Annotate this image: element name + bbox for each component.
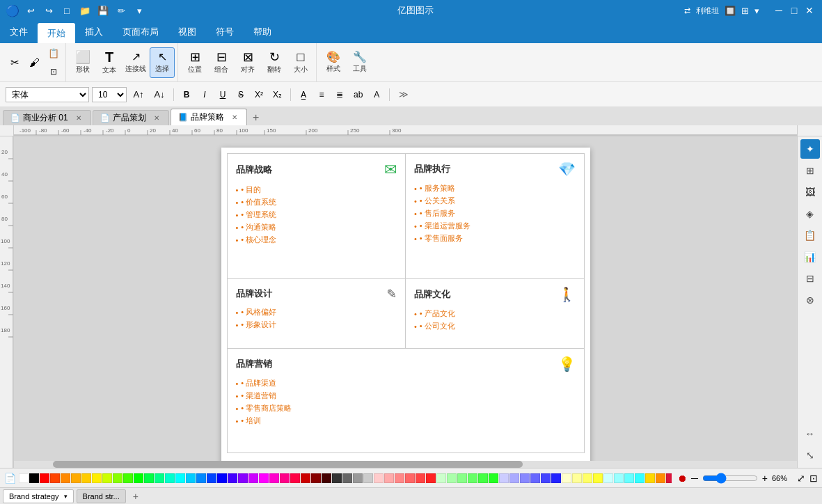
table-btn[interactable]: ⊟ xyxy=(800,269,820,288)
image-btn[interactable]: 🖼 xyxy=(800,182,820,202)
tab-2-close[interactable]: ✕ xyxy=(230,113,239,123)
color-swatch[interactable] xyxy=(50,473,60,483)
superscript-btn[interactable]: X² xyxy=(251,87,267,102)
style-btn[interactable]: 🎨 样式 xyxy=(321,47,346,78)
color-swatch[interactable] xyxy=(217,473,227,483)
color-swatch[interactable] xyxy=(489,473,498,483)
color-swatch[interactable] xyxy=(301,473,310,483)
zoom-out-btn[interactable]: ─ xyxy=(691,473,698,484)
size-btn[interactable]: □ 大小 xyxy=(288,47,313,78)
color-swatch[interactable] xyxy=(447,473,457,483)
font-name-select[interactable]: 宋体 xyxy=(6,87,89,102)
color-swatch[interactable] xyxy=(666,473,672,483)
color-swatch[interactable] xyxy=(123,473,133,483)
color-swatch[interactable] xyxy=(280,473,290,483)
subscript-btn[interactable]: X₂ xyxy=(269,87,285,102)
edit-btn[interactable]: ✏ xyxy=(114,3,128,17)
color-swatch[interactable] xyxy=(635,473,645,483)
color-swatch[interactable] xyxy=(29,473,39,483)
menu-help[interactable]: 帮助 xyxy=(244,21,281,43)
color-swatch[interactable] xyxy=(228,473,237,483)
color-swatch[interactable] xyxy=(426,473,436,483)
color-swatch[interactable] xyxy=(207,473,216,483)
data-btn[interactable]: ⊛ xyxy=(800,290,820,310)
maximize-btn[interactable]: □ xyxy=(787,3,801,17)
color-swatch[interactable] xyxy=(311,473,321,483)
color-swatch[interactable] xyxy=(363,473,373,483)
color-swatch[interactable] xyxy=(40,473,49,483)
cut-btn[interactable]: ✂ xyxy=(6,54,24,72)
color-swatch[interactable] xyxy=(603,473,613,483)
layers-btn[interactable]: ◈ xyxy=(800,204,820,223)
color-swatch[interactable] xyxy=(186,473,196,483)
titlebar-extra3[interactable]: ▾ xyxy=(754,6,759,16)
color-swatch[interactable] xyxy=(457,473,467,483)
color-swatch[interactable] xyxy=(551,473,561,483)
color-swatch[interactable] xyxy=(81,473,91,483)
color-swatch[interactable] xyxy=(353,473,363,483)
close-btn[interactable]: ✕ xyxy=(803,3,816,17)
ab-btn[interactable]: ab xyxy=(350,87,366,102)
bottom-tab-add-btn[interactable]: + xyxy=(129,489,143,503)
save-btn[interactable]: 💾 xyxy=(96,3,110,17)
color-swatch[interactable] xyxy=(624,473,634,483)
text-style-btn[interactable]: A xyxy=(369,87,384,102)
color-swatch[interactable] xyxy=(468,473,477,483)
tools-btn[interactable]: 🔧 工具 xyxy=(347,47,372,78)
more-options-btn[interactable]: ≫ xyxy=(395,86,413,104)
open-btn[interactable]: 📁 xyxy=(78,3,92,17)
color-swatch[interactable] xyxy=(102,473,112,483)
color-swatch[interactable] xyxy=(332,473,342,483)
color-swatch[interactable] xyxy=(134,473,143,483)
fullscreen-btn[interactable]: ⤡ xyxy=(800,446,820,465)
color-swatch[interactable] xyxy=(520,473,530,483)
menu-pagelayout[interactable]: 页面布局 xyxy=(113,21,168,43)
color-swatch[interactable] xyxy=(562,473,571,483)
new-btn[interactable]: □ xyxy=(60,3,74,17)
titlebar-extra1[interactable]: 🔲 xyxy=(725,6,736,16)
connector-tool-btn[interactable]: ↗ 连接线 xyxy=(123,47,148,78)
record-icon[interactable]: ⏺ xyxy=(677,473,687,484)
tab-2[interactable]: 📘 品牌策略 ✕ xyxy=(171,109,247,125)
select-tool-btn[interactable]: ↖ 选择 xyxy=(150,47,175,78)
import-btn[interactable]: ↔ xyxy=(800,424,820,443)
position-btn[interactable]: ⊞ 位置 xyxy=(182,47,207,78)
color-swatch[interactable] xyxy=(61,473,70,483)
strikethrough-btn[interactable]: S xyxy=(233,87,248,102)
color-swatch[interactable] xyxy=(583,473,592,483)
color-swatch[interactable] xyxy=(259,473,269,483)
grid-btn[interactable]: ⊞ xyxy=(800,161,820,180)
color-swatch[interactable] xyxy=(155,473,164,483)
para-btn[interactable]: ≣ xyxy=(332,87,347,102)
color-swatch[interactable] xyxy=(374,473,384,483)
zoom-slider[interactable] xyxy=(702,473,758,483)
smart-draw-btn[interactable]: ✦ xyxy=(800,139,820,159)
copy-btn[interactable]: ⊡ xyxy=(45,63,63,81)
color-swatch[interactable] xyxy=(405,473,415,483)
color-swatch[interactable] xyxy=(322,473,331,483)
color-swatch[interactable] xyxy=(499,473,509,483)
bottom-tab-0[interactable]: Brand strategy ▾ xyxy=(3,489,74,503)
align-btn[interactable]: ⊠ 对齐 xyxy=(235,47,260,78)
list-btn[interactable]: ≡ xyxy=(314,87,329,102)
color-swatch[interactable] xyxy=(248,473,258,483)
color-swatch[interactable] xyxy=(92,473,102,483)
more-btn[interactable]: ▾ xyxy=(132,3,146,17)
tab-1[interactable]: 📄 产品策划 ✕ xyxy=(93,110,169,125)
color-swatch[interactable] xyxy=(541,473,551,483)
tab-1-close[interactable]: ✕ xyxy=(152,113,161,123)
italic-btn[interactable]: I xyxy=(197,87,212,102)
color-swatch[interactable] xyxy=(509,473,519,483)
color-swatch[interactable] xyxy=(530,473,540,483)
color-swatch[interactable] xyxy=(478,473,488,483)
fit-page-btn[interactable]: ⤢ xyxy=(797,473,805,484)
titlebar-extra2[interactable]: ⊞ xyxy=(741,6,749,16)
color-swatch[interactable] xyxy=(71,473,81,483)
text-tool-btn[interactable]: T 文本 xyxy=(97,47,122,78)
underline-btn[interactable]: U xyxy=(215,87,230,102)
color-swatch[interactable] xyxy=(656,473,665,483)
minimize-btn[interactable]: ─ xyxy=(772,3,786,17)
scrollbar-thumb[interactable] xyxy=(53,461,523,468)
zoom-in-btn[interactable]: + xyxy=(762,473,768,484)
color-swatch[interactable] xyxy=(342,473,352,483)
